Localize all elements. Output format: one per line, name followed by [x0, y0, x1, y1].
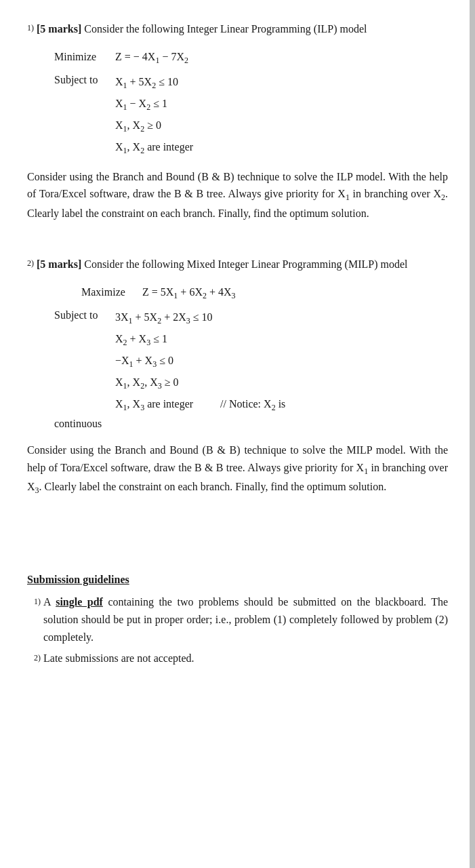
problem-2-model: Maximize Z = 5X1 + 6X2 + 4X3 Subject to … [54, 284, 448, 432]
constraint-2-1: 3X1 + 5X2 + 2X3 ≤ 10 [115, 307, 285, 329]
problem-2-objective: Maximize Z = 5X1 + 6X2 + 4X3 [81, 284, 448, 302]
constraint-list-1: X1 + 5X2 ≤ 10 X1 − X2 ≤ 1 X1, X2 ≥ 0 X1,… [115, 72, 193, 159]
problem-2-header: 2) [5 marks] Consider the following Mixe… [27, 256, 448, 273]
constraint-1-3: X1, X2 ≥ 0 [115, 115, 193, 137]
submission-item-2-number: 2) [34, 652, 41, 665]
constraint-2-5-row: X1, X3 are integer // Notice: X2 is [115, 394, 285, 416]
objective-expr-2: Z = 5X1 + 6X2 + 4X3 [142, 284, 236, 302]
problem-1-constraints: Subject to X1 + 5X2 ≤ 10 X1 − X2 ≤ 1 X1,… [54, 72, 448, 159]
submission-item-2-text: Late submissions are not accepted. [43, 650, 194, 667]
objective-label: Minimize [54, 49, 115, 65]
problem-1-number: 1) [27, 22, 34, 34]
problem-2-marks: [5 marks] [37, 258, 81, 270]
spacer-1 [27, 242, 448, 256]
constraint-1-2: X1 − X2 ≤ 1 [115, 94, 193, 115]
constraint-2-5: X1, X3 are integer [115, 394, 193, 416]
problem-2-constraints: Subject to 3X1 + 5X2 + 2X3 ≤ 10 X2 + X3 … [54, 307, 448, 416]
notice-text: // Notice: X2 is [220, 396, 285, 414]
subject-to-label-2: Subject to [54, 307, 115, 323]
submission-item-1-text: A single pdf containing the two problems… [43, 593, 448, 646]
problem-2: 2) [5 marks] Consider the following Mixe… [27, 256, 448, 497]
subject-to-label-1: Subject to [54, 72, 115, 88]
continuous-note: continuous [54, 416, 448, 432]
submission-item-1-number: 1) [34, 595, 41, 608]
problem-1-marks: [5 marks] [37, 23, 81, 35]
problem-2-description: Consider using the Branch and Bound (B &… [27, 441, 448, 497]
problem-2-title: [5 marks] Consider the following Mixed I… [37, 256, 407, 273]
objective-label-2: Maximize [81, 284, 142, 300]
problem-1-header: 1) [5 marks] Consider the following Inte… [27, 20, 448, 38]
problem-1-title-text: Consider the following Integer Linear Pr… [84, 23, 367, 35]
constraint-2-3: −X1 + X3 ≤ 0 [115, 351, 285, 372]
objective-expr: Z = − 4X1 − 7X2 [115, 49, 188, 66]
problem-1-model: Minimize Z = − 4X1 − 7X2 Subject to X1 +… [54, 49, 448, 159]
submission-guidelines: Submission guidelines 1) A single pdf co… [27, 572, 448, 667]
problem-1-objective: Minimize Z = − 4X1 − 7X2 [54, 49, 448, 66]
submission-list: 1) A single pdf containing the two probl… [34, 593, 448, 667]
submission-title: Submission guidelines [27, 572, 448, 588]
problem-2-title-text: Consider the following Mixed Integer Lin… [84, 258, 407, 270]
problem-2-number: 2) [27, 257, 34, 269]
constraint-2-2: X2 + X3 ≤ 1 [115, 329, 285, 351]
right-border [470, 0, 475, 868]
problem-1: 1) [5 marks] Consider the following Inte… [27, 20, 448, 222]
problem-1-description: Consider using the Branch and Bound (B &… [27, 168, 448, 222]
submission-item-2: 2) Late submissions are not accepted. [34, 650, 448, 667]
constraint-list-2: 3X1 + 5X2 + 2X3 ≤ 10 X2 + X3 ≤ 1 −X1 + X… [115, 307, 285, 416]
problem-1-title: [5 marks] Consider the following Integer… [37, 20, 367, 38]
constraint-1-1: X1 + 5X2 ≤ 10 [115, 72, 193, 94]
constraint-2-4: X1, X2, X3 ≥ 0 [115, 372, 285, 394]
constraint-1-4: X1, X2 are integer [115, 137, 193, 159]
submission-item-1: 1) A single pdf containing the two probl… [34, 593, 448, 646]
spacer-2 [27, 517, 448, 545]
